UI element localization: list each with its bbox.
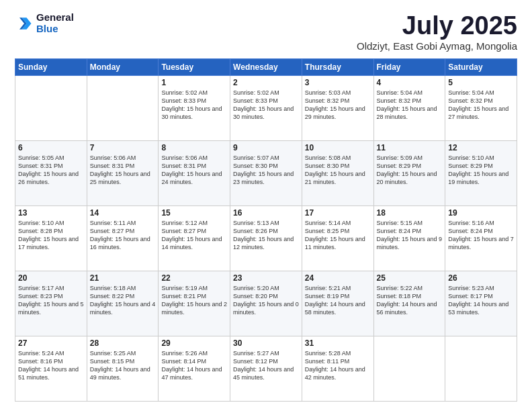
day-number: 4 xyxy=(377,78,443,87)
table-row: 13Sunrise: 5:10 AM Sunset: 8:28 PM Dayli… xyxy=(15,205,87,271)
cell-text: Sunrise: 5:02 AM Sunset: 8:33 PM Dayligh… xyxy=(161,89,227,122)
day-number: 6 xyxy=(18,143,84,152)
cell-text: Sunrise: 5:06 AM Sunset: 8:31 PM Dayligh… xyxy=(90,154,156,187)
day-number: 2 xyxy=(233,78,299,87)
cell-text: Sunrise: 5:05 AM Sunset: 8:31 PM Dayligh… xyxy=(18,154,84,187)
table-row: 15Sunrise: 5:12 AM Sunset: 8:27 PM Dayli… xyxy=(159,205,230,271)
table-row: 11Sunrise: 5:09 AM Sunset: 8:29 PM Dayli… xyxy=(373,140,445,205)
table-row: 7Sunrise: 5:06 AM Sunset: 8:31 PM Daylig… xyxy=(87,140,159,205)
table-row: 10Sunrise: 5:08 AM Sunset: 8:30 PM Dayli… xyxy=(302,140,373,205)
table-row: 2Sunrise: 5:02 AM Sunset: 8:33 PM Daylig… xyxy=(230,75,302,140)
cell-text: Sunrise: 5:21 AM Sunset: 8:19 PM Dayligh… xyxy=(305,284,371,317)
day-number: 19 xyxy=(448,208,514,218)
day-number: 15 xyxy=(161,208,227,218)
table-row: 4Sunrise: 5:04 AM Sunset: 8:32 PM Daylig… xyxy=(373,75,445,140)
day-number: 23 xyxy=(233,273,299,283)
calendar-table: Sunday Monday Tuesday Wednesday Thursday… xyxy=(15,58,517,402)
cell-text: Sunrise: 5:03 AM Sunset: 8:32 PM Dayligh… xyxy=(305,89,371,122)
day-number: 14 xyxy=(90,208,156,218)
day-number: 18 xyxy=(377,208,443,218)
calendar-week-row: 13Sunrise: 5:10 AM Sunset: 8:28 PM Dayli… xyxy=(15,205,517,271)
day-number: 5 xyxy=(448,78,514,87)
day-number: 27 xyxy=(18,338,84,348)
day-number: 10 xyxy=(305,143,371,152)
day-number: 8 xyxy=(161,143,227,152)
day-number: 3 xyxy=(305,78,371,87)
calendar-week-row: 1Sunrise: 5:02 AM Sunset: 8:33 PM Daylig… xyxy=(15,75,517,140)
header: General Blue July 2025 Oldziyt, East Gob… xyxy=(15,12,517,52)
table-row: 20Sunrise: 5:17 AM Sunset: 8:23 PM Dayli… xyxy=(15,271,87,336)
table-row: 22Sunrise: 5:19 AM Sunset: 8:21 PM Dayli… xyxy=(159,271,230,336)
cell-text: Sunrise: 5:14 AM Sunset: 8:25 PM Dayligh… xyxy=(305,219,371,252)
table-row: 16Sunrise: 5:13 AM Sunset: 8:26 PM Dayli… xyxy=(230,205,302,271)
cell-text: Sunrise: 5:09 AM Sunset: 8:29 PM Dayligh… xyxy=(377,154,443,187)
table-row: 24Sunrise: 5:21 AM Sunset: 8:19 PM Dayli… xyxy=(302,271,373,336)
logo-general-text: General xyxy=(36,12,74,24)
cell-text: Sunrise: 5:08 AM Sunset: 8:30 PM Dayligh… xyxy=(305,154,371,187)
title-area: July 2025 Oldziyt, East Gobi Aymag, Mong… xyxy=(357,12,517,52)
table-row: 3Sunrise: 5:03 AM Sunset: 8:32 PM Daylig… xyxy=(302,75,373,140)
main-title: July 2025 xyxy=(357,12,517,40)
cell-text: Sunrise: 5:16 AM Sunset: 8:24 PM Dayligh… xyxy=(448,219,514,252)
cell-text: Sunrise: 5:04 AM Sunset: 8:32 PM Dayligh… xyxy=(448,89,514,122)
calendar-week-row: 20Sunrise: 5:17 AM Sunset: 8:23 PM Dayli… xyxy=(15,271,517,336)
table-row: 19Sunrise: 5:16 AM Sunset: 8:24 PM Dayli… xyxy=(445,205,517,271)
cell-text: Sunrise: 5:11 AM Sunset: 8:27 PM Dayligh… xyxy=(90,219,156,252)
day-number: 13 xyxy=(18,208,84,218)
table-row xyxy=(373,336,445,401)
cell-text: Sunrise: 5:06 AM Sunset: 8:31 PM Dayligh… xyxy=(161,154,227,187)
table-row: 29Sunrise: 5:26 AM Sunset: 8:14 PM Dayli… xyxy=(159,336,230,401)
day-number: 31 xyxy=(305,338,371,348)
table-row xyxy=(87,75,159,140)
cell-text: Sunrise: 5:15 AM Sunset: 8:24 PM Dayligh… xyxy=(377,219,443,252)
col-tuesday: Tuesday xyxy=(159,58,230,75)
cell-text: Sunrise: 5:24 AM Sunset: 8:16 PM Dayligh… xyxy=(18,349,84,382)
cell-text: Sunrise: 5:20 AM Sunset: 8:20 PM Dayligh… xyxy=(233,284,299,317)
cell-text: Sunrise: 5:18 AM Sunset: 8:22 PM Dayligh… xyxy=(90,284,156,317)
table-row xyxy=(445,336,517,401)
table-row: 31Sunrise: 5:28 AM Sunset: 8:11 PM Dayli… xyxy=(302,336,373,401)
calendar-week-row: 6Sunrise: 5:05 AM Sunset: 8:31 PM Daylig… xyxy=(15,140,517,205)
table-row: 21Sunrise: 5:18 AM Sunset: 8:22 PM Dayli… xyxy=(87,271,159,336)
cell-text: Sunrise: 5:22 AM Sunset: 8:18 PM Dayligh… xyxy=(377,284,443,317)
col-wednesday: Wednesday xyxy=(230,58,302,75)
col-thursday: Thursday xyxy=(302,58,373,75)
cell-text: Sunrise: 5:12 AM Sunset: 8:27 PM Dayligh… xyxy=(161,219,227,252)
table-row: 5Sunrise: 5:04 AM Sunset: 8:32 PM Daylig… xyxy=(445,75,517,140)
table-row: 12Sunrise: 5:10 AM Sunset: 8:29 PM Dayli… xyxy=(445,140,517,205)
col-saturday: Saturday xyxy=(445,58,517,75)
cell-text: Sunrise: 5:25 AM Sunset: 8:15 PM Dayligh… xyxy=(90,349,156,382)
cell-text: Sunrise: 5:27 AM Sunset: 8:12 PM Dayligh… xyxy=(233,349,299,382)
logo-blue-text: Blue xyxy=(36,24,74,35)
day-number: 29 xyxy=(161,338,227,348)
subtitle: Oldziyt, East Gobi Aymag, Mongolia xyxy=(357,40,517,52)
table-row: 9Sunrise: 5:07 AM Sunset: 8:30 PM Daylig… xyxy=(230,140,302,205)
day-number: 25 xyxy=(377,273,443,283)
day-number: 24 xyxy=(305,273,371,283)
cell-text: Sunrise: 5:19 AM Sunset: 8:21 PM Dayligh… xyxy=(161,284,227,317)
day-number: 28 xyxy=(90,338,156,348)
table-row: 28Sunrise: 5:25 AM Sunset: 8:15 PM Dayli… xyxy=(87,336,159,401)
logo-icon xyxy=(15,14,34,33)
col-friday: Friday xyxy=(373,58,445,75)
table-row: 27Sunrise: 5:24 AM Sunset: 8:16 PM Dayli… xyxy=(15,336,87,401)
day-number: 1 xyxy=(161,78,227,87)
table-row xyxy=(15,75,87,140)
day-number: 26 xyxy=(448,273,514,283)
cell-text: Sunrise: 5:23 AM Sunset: 8:17 PM Dayligh… xyxy=(448,284,514,317)
cell-text: Sunrise: 5:17 AM Sunset: 8:23 PM Dayligh… xyxy=(18,284,84,317)
cell-text: Sunrise: 5:07 AM Sunset: 8:30 PM Dayligh… xyxy=(233,154,299,187)
cell-text: Sunrise: 5:04 AM Sunset: 8:32 PM Dayligh… xyxy=(377,89,443,122)
cell-text: Sunrise: 5:10 AM Sunset: 8:28 PM Dayligh… xyxy=(18,219,84,252)
cell-text: Sunrise: 5:26 AM Sunset: 8:14 PM Dayligh… xyxy=(161,349,227,382)
table-row: 18Sunrise: 5:15 AM Sunset: 8:24 PM Dayli… xyxy=(373,205,445,271)
day-number: 22 xyxy=(161,273,227,283)
page: General Blue July 2025 Oldziyt, East Gob… xyxy=(0,0,532,411)
col-monday: Monday xyxy=(87,58,159,75)
day-number: 20 xyxy=(18,273,84,283)
day-number: 17 xyxy=(305,208,371,218)
day-number: 16 xyxy=(233,208,299,218)
calendar-week-row: 27Sunrise: 5:24 AM Sunset: 8:16 PM Dayli… xyxy=(15,336,517,401)
day-number: 21 xyxy=(90,273,156,283)
cell-text: Sunrise: 5:02 AM Sunset: 8:33 PM Dayligh… xyxy=(233,89,299,122)
